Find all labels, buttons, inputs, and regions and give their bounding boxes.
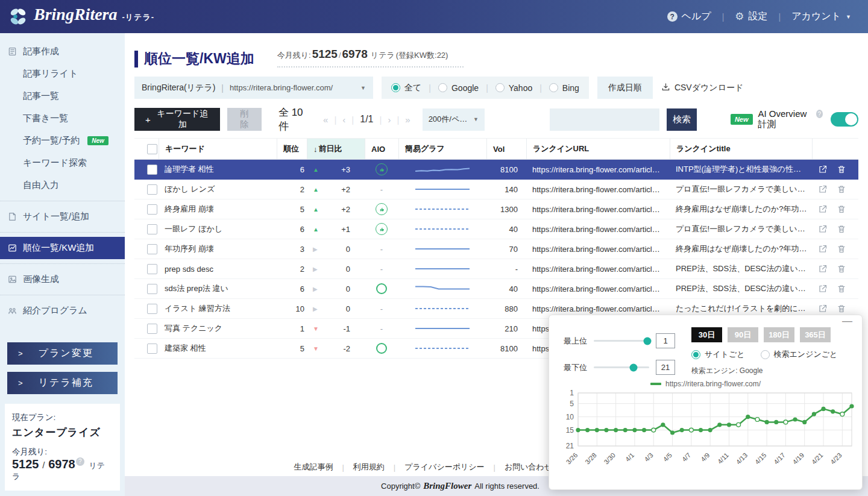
sidebar-item[interactable]: 紹介プログラム [0, 300, 125, 322]
slider-value-input[interactable]: 1 [656, 333, 675, 348]
external-link-icon[interactable] [818, 264, 828, 274]
search-input[interactable] [550, 108, 659, 131]
period-button-365日[interactable]: 365日 [800, 327, 831, 342]
row-checkbox[interactable] [147, 204, 157, 215]
select-all-checkbox[interactable] [147, 144, 157, 154]
column-header-rank[interactable]: 順位 [277, 139, 307, 159]
minimize-button[interactable]: — [842, 315, 852, 327]
ranked-url-cell[interactable]: https://ritera.bring-flower.com/articl… [526, 284, 670, 294]
plan-change-button[interactable]: > プラン変更 [7, 342, 118, 365]
logo[interactable]: BringRitera -リテラ- [7, 6, 154, 28]
sidebar-item[interactable]: 予約一覧/予約New [0, 130, 125, 152]
footer-link[interactable]: プライバシーポリシー [395, 462, 493, 472]
external-link-icon[interactable] [818, 244, 828, 254]
footer-link[interactable]: 生成記事例 [285, 462, 342, 472]
slider-thumb[interactable] [630, 363, 638, 371]
sidebar-item[interactable]: サイト一覧/追加 [0, 206, 125, 228]
slider-value-input[interactable]: 21 [656, 360, 675, 375]
period-button-180日[interactable]: 180日 [764, 327, 794, 342]
ranked-url-cell[interactable]: https://ritera.bring-flower.com/articl… [526, 165, 670, 174]
sidebar-item[interactable]: 記事一覧 [0, 85, 125, 107]
site-selector[interactable]: BringRitera(リテラ) | https://ritera.bring-… [134, 77, 373, 99]
row-checkbox[interactable] [147, 284, 157, 294]
row-checkbox[interactable] [147, 304, 157, 314]
prev-page-button[interactable]: ‹ [342, 115, 345, 125]
table-row[interactable]: 一眼レフ ぼかし6▲+140https://ritera.bring-flowe… [134, 219, 858, 239]
period-button-90日[interactable]: 90日 [728, 327, 758, 342]
column-header-title[interactable]: ランクインtitle [670, 139, 812, 159]
trash-icon[interactable] [837, 184, 846, 194]
row-checkbox[interactable] [147, 344, 157, 354]
account-menu[interactable]: アカウント ▼ [791, 10, 851, 23]
sidebar-item[interactable]: 記事リライト [0, 63, 125, 85]
ranked-url-cell[interactable]: https://ritera.bring-flower.com/articl… [526, 245, 670, 254]
engine-radio-Bing[interactable]: Bing [549, 83, 579, 93]
sidebar-item[interactable]: 順位一覧/KW追加 [0, 237, 125, 259]
sidebar-item[interactable]: 画像生成 [0, 268, 125, 290]
slider-track[interactable] [594, 340, 649, 342]
settings-link[interactable]: ⚙ 設定 [735, 10, 767, 23]
ranked-url-cell[interactable]: https://ritera.bring-flower.com/articl… [526, 265, 670, 274]
add-keyword-button[interactable]: + キーワード追加 [134, 108, 220, 131]
table-row[interactable]: ぼかし レンズ2▲+2-140https://ritera.bring-flow… [134, 180, 858, 199]
help-icon[interactable]: ? [816, 110, 823, 118]
footer-link[interactable]: 利用規約 [344, 462, 394, 472]
sort-order-button[interactable]: 作成日順 [597, 77, 653, 99]
first-page-button[interactable]: « [323, 115, 328, 125]
row-checkbox[interactable] [147, 165, 157, 175]
external-link-icon[interactable] [818, 165, 828, 174]
external-link-icon[interactable] [818, 284, 828, 294]
trash-icon[interactable] [837, 304, 846, 313]
ranked-url-cell[interactable]: https://ritera.bring-flower.com/articl… [526, 225, 670, 234]
external-link-icon[interactable] [818, 184, 828, 194]
sidebar-item[interactable]: キーワード探索 [0, 152, 125, 174]
table-row[interactable]: prep sds desc2▶0--https://ritera.bring-f… [134, 259, 858, 279]
help-icon[interactable]: ? [76, 457, 84, 466]
mode-radio[interactable]: サイトごと [691, 349, 745, 360]
csv-download-button[interactable]: CSVダウンロード [661, 77, 743, 99]
sidebar-item[interactable]: 記事作成 [0, 40, 125, 63]
aio-toggle[interactable] [831, 112, 858, 127]
refill-button[interactable]: > リテラ補充 [7, 372, 118, 394]
trash-icon[interactable] [837, 204, 846, 214]
table-row[interactable]: sds法 prep法 違い6▶040https://ritera.bring-f… [134, 279, 858, 299]
slider-thumb[interactable] [644, 337, 652, 345]
per-page-select[interactable]: 200件/ペ… ▼ [423, 108, 485, 131]
row-checkbox[interactable] [147, 224, 157, 234]
mode-radio[interactable]: 検索エンジンごと [761, 349, 838, 360]
trash-icon[interactable] [837, 284, 846, 294]
row-checkbox[interactable] [147, 184, 157, 195]
slider-track[interactable] [594, 366, 649, 368]
sidebar-item[interactable]: 下書き一覧 [0, 107, 125, 130]
column-header-keyword[interactable]: キーワード [159, 139, 277, 159]
engine-radio-全て[interactable]: 全て [391, 83, 421, 93]
column-header-vol[interactable]: Vol [486, 139, 526, 159]
trash-icon[interactable] [837, 224, 846, 234]
ranked-url-cell[interactable]: https://ritera.bring-flower.com/articl… [526, 205, 670, 214]
trash-icon[interactable] [837, 165, 846, 174]
external-link-icon[interactable] [818, 304, 828, 313]
table-row[interactable]: 終身雇用 崩壊5▲+21300https://ritera.bring-flow… [134, 199, 858, 219]
help-link[interactable]: ? ヘルプ [667, 10, 711, 23]
trash-icon[interactable] [837, 264, 846, 274]
last-page-button[interactable]: » [405, 115, 410, 125]
trash-icon[interactable] [837, 244, 846, 254]
period-button-30日[interactable]: 30日 [691, 327, 722, 342]
column-header-diff[interactable]: ↓ 前日比 [307, 139, 365, 159]
search-button[interactable]: 検索 [667, 108, 697, 131]
engine-radio-Google[interactable]: Google [438, 83, 479, 93]
sidebar-item[interactable]: 自由入力 [0, 174, 125, 196]
row-checkbox[interactable] [147, 244, 157, 254]
external-link-icon[interactable] [818, 224, 828, 234]
ranked-url-cell[interactable]: https://ritera.bring-flower.com/articl… [526, 304, 670, 313]
table-row[interactable]: 論理学者 相性6▲+38100https://ritera.bring-flow… [134, 160, 858, 180]
column-header-aio[interactable]: AIO [365, 139, 398, 159]
delete-button[interactable]: 削除 [227, 108, 262, 131]
ranked-url-cell[interactable]: https://ritera.bring-flower.com/articl… [526, 185, 670, 194]
next-page-button[interactable]: › [388, 115, 391, 125]
table-row[interactable]: 年功序列 崩壊3▶0-70https://ritera.bring-flower… [134, 239, 858, 259]
external-link-icon[interactable] [818, 204, 828, 214]
row-checkbox[interactable] [147, 324, 157, 334]
column-header-url[interactable]: ランクインURL [526, 139, 670, 159]
column-header-graph[interactable]: 簡易グラフ [398, 139, 486, 159]
